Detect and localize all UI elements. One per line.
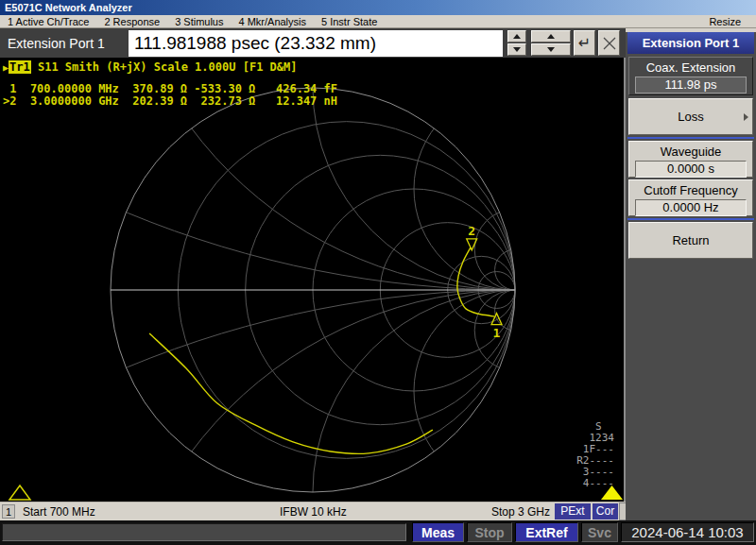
arrow-down-icon xyxy=(513,47,521,52)
entry-label: Extension Port 1 xyxy=(0,36,129,51)
datetime: 2024-06-14 10:03 xyxy=(621,522,754,542)
message-panel xyxy=(2,523,406,541)
softkey-label: Cutoff Frequency xyxy=(629,180,752,197)
pext-badge: PExt xyxy=(555,503,591,519)
entry-input[interactable]: 111.981988 psec (23.332 mm) xyxy=(129,30,503,57)
spinner-coarse xyxy=(531,30,571,56)
svg-text:2: 2 xyxy=(468,224,475,238)
softkey-loss[interactable]: Loss xyxy=(628,98,753,135)
instrument-screen: E5071C Network Analyzer 1 Active Ch/Trac… xyxy=(0,0,756,545)
ifbw-label: IFBW 10 kHz xyxy=(280,505,347,519)
softkey-waveguide[interactable]: Waveguide 0.0000 s xyxy=(628,141,753,178)
status-stop: Stop xyxy=(467,522,512,542)
system-status-bar: Meas Stop ExtRef Svc 2024-06-14 10:03 xyxy=(0,520,756,545)
entry-toolbar: Extension Port 1 111.981988 psec (23.332… xyxy=(0,28,626,58)
trace-header: ▶Tr1 S11 Smith (R+jX) Scale 1.000U [F1 D… xyxy=(3,60,297,74)
menu-stimulus[interactable]: 3 Stimulus xyxy=(175,16,223,27)
softkey-label: Coax. Extension xyxy=(629,58,752,75)
channel-status-bar: 1 Start 700 MHz IFBW 10 kHz Stop 3 GHz P… xyxy=(0,502,629,520)
softkey-cutoff-frequency[interactable]: Cutoff Frequency 0.0000 Hz xyxy=(628,179,753,216)
softkey-label: Return xyxy=(629,223,752,258)
stop-frequency-label: Stop 3 GHz xyxy=(491,505,550,519)
window-titlebar: E5071C Network Analyzer xyxy=(0,0,756,15)
trace-badge: Tr1 xyxy=(9,60,31,74)
enter-icon: ↵ xyxy=(578,34,591,52)
softkey-label: Waveguide xyxy=(629,142,752,159)
close-icon xyxy=(602,36,617,51)
marker-2-readout: >2 3.0000000 GHz 202.39 Ω 232.73 Ω 12.34… xyxy=(3,95,337,108)
waveguide-value: 0.0000 s xyxy=(635,161,747,178)
port-extension-status: S 1234 1F--- R2---- 3---- 4---- xyxy=(576,421,614,489)
softkey-menu-title: Extension Port 1 xyxy=(627,32,754,54)
cor-badge: Cor xyxy=(593,503,618,519)
arrow-up-icon xyxy=(513,34,521,39)
channel-number: 1 xyxy=(2,504,15,519)
spin-down-coarse-button[interactable] xyxy=(531,43,571,56)
spin-down-fine-button[interactable] xyxy=(507,43,526,56)
status-meas: Meas xyxy=(412,522,464,542)
softkey-coax-extension[interactable]: Coax. Extension 111.98 ps xyxy=(628,57,753,95)
status-svc: Svc xyxy=(581,522,618,542)
coax-extension-value: 111.98 ps xyxy=(635,77,747,94)
menu-instr-state[interactable]: 5 Instr State xyxy=(321,16,377,27)
spin-up-fine-button[interactable] xyxy=(507,30,526,43)
menu-resize[interactable]: Resize xyxy=(709,16,741,27)
softkey-label: Loss xyxy=(629,99,752,134)
softkey-return[interactable]: Return xyxy=(628,222,753,259)
menu-response[interactable]: 2 Response xyxy=(104,16,160,27)
status-extref: ExtRef xyxy=(515,522,578,542)
submenu-arrow-icon xyxy=(744,113,748,121)
spinner-fine xyxy=(507,30,526,56)
softkey-panel: Extension Port 1 Coax. Extension 111.98 … xyxy=(626,28,756,520)
window-title: E5071C Network Analyzer xyxy=(0,2,132,13)
arrow-down-icon xyxy=(547,47,555,52)
menu-active-ch-trace[interactable]: 1 Active Ch/Trace xyxy=(8,16,89,27)
svg-text:1: 1 xyxy=(493,326,501,340)
smith-chart: 12 xyxy=(0,58,624,502)
softkey-separator xyxy=(627,137,754,139)
marker-readouts: 1 700.00000 MHz 370.89 Ω -533.30 Ω 426.3… xyxy=(3,83,337,108)
start-frequency-label: Start 700 MHz xyxy=(23,505,95,519)
cutoff-frequency-value: 0.0000 Hz xyxy=(635,199,747,216)
spin-up-coarse-button[interactable] xyxy=(531,30,571,43)
softkey-separator xyxy=(627,218,754,220)
close-entry-button[interactable] xyxy=(598,30,620,56)
enter-button[interactable]: ↵ xyxy=(574,30,595,56)
arrow-up-icon xyxy=(547,34,555,39)
menu-mkr-analysis[interactable]: 4 Mkr/Analysis xyxy=(238,16,306,27)
trace-format-label: S11 Smith (R+jX) Scale 1.000U [F1 D&M] xyxy=(31,60,298,74)
smith-chart-area: 12 ▶Tr1 S11 Smith (R+jX) Scale 1.000U [F… xyxy=(0,58,626,502)
menu-bar: 1 Active Ch/Trace 2 Response 3 Stimulus … xyxy=(0,15,756,28)
